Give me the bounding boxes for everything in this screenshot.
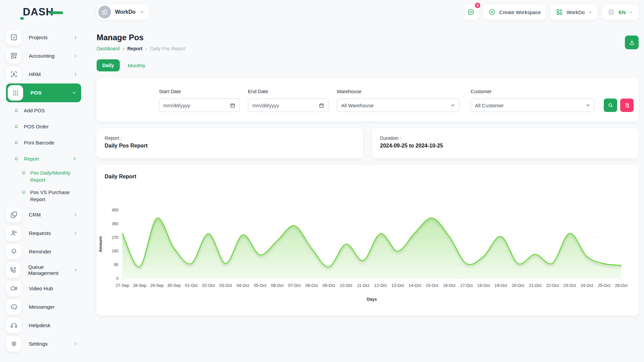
tab-monthly[interactable]: Monthly [128, 63, 146, 68]
bullet-icon [22, 171, 26, 175]
sidebar-item-accounting[interactable]: Accounting [6, 47, 81, 65]
svg-text:22-Oct: 22-Oct [546, 283, 559, 288]
chevron-right-icon [73, 54, 78, 58]
chevron-down-icon [586, 103, 590, 108]
duration-value: 2024-09-25 to 2024-10-25 [380, 143, 631, 149]
user-plus-icon [10, 229, 18, 237]
workspace-switcher[interactable]: WorkDo [97, 4, 149, 20]
download-button[interactable] [625, 36, 639, 49]
sidebar-item-pos-order[interactable]: POS Order [6, 118, 81, 134]
sidebar-item-report[interactable]: Report [6, 150, 81, 167]
sidebar-item-settings[interactable]: Settings [6, 335, 81, 353]
svg-text:28-Sep: 28-Sep [133, 283, 146, 288]
sidebar-item-print-barcode[interactable]: Print Barcode [6, 134, 81, 150]
apply-filter-button[interactable] [604, 99, 617, 112]
svg-text:Days: Days [367, 297, 377, 302]
main-content: Manage Pos Dashboard › Report › Daily Po… [87, 24, 644, 315]
svg-text:90: 90 [114, 262, 119, 267]
start-date-field [159, 99, 239, 112]
chevron-down-icon [72, 90, 76, 95]
chevron-down-icon [629, 10, 633, 14]
sidebar-item-pos[interactable]: POS [6, 83, 81, 102]
chevron-right-icon [73, 35, 78, 40]
svg-text:04-Oct: 04-Oct [236, 283, 249, 288]
svg-text:07-Oct: 07-Oct [288, 283, 301, 288]
breadcrumb: Dashboard › Report › Daily Pos Report [97, 46, 185, 51]
warehouse-select[interactable]: All Warehouse [337, 99, 460, 112]
filter-panel: Start Date End Date Warehouse All Wareho… [97, 78, 639, 121]
language-selector[interactable]: EN [602, 4, 639, 20]
chevron-down-icon [140, 10, 144, 14]
bullet-icon [22, 190, 26, 194]
sidebar-item-add-pos[interactable]: Add POS [6, 102, 81, 118]
sidebar-item-video-hub[interactable]: Video Hub [6, 279, 81, 298]
svg-text:12-Oct: 12-Oct [374, 283, 387, 288]
language-code: EN [619, 9, 626, 15]
chevron-right-icon [73, 72, 78, 77]
messages-button[interactable]: 0 [463, 4, 479, 20]
create-workspace-button[interactable]: Create Workspace [483, 4, 546, 20]
calendar-icon[interactable] [319, 103, 324, 108]
message-icon [10, 303, 18, 311]
sidebar-item-hrm[interactable]: HRM [6, 65, 81, 83]
customer-selected-value: All Customer [475, 103, 504, 108]
brand-logo: DASH [0, 6, 87, 18]
sidebar-item-helpdesk[interactable]: Helpdesk [6, 316, 81, 335]
svg-text:06-Oct: 06-Oct [271, 283, 284, 288]
warehouse-label: Warehouse [337, 88, 460, 95]
customer-select[interactable]: All Customer [471, 99, 595, 112]
clear-filter-icon [624, 103, 630, 108]
start-date-input[interactable] [163, 103, 230, 108]
svg-text:09-Oct: 09-Oct [323, 283, 335, 288]
svg-text:29-Sep: 29-Sep [150, 283, 163, 288]
breadcrumb-report[interactable]: Report [127, 46, 143, 51]
sidebar-item-pos-vs-purchase-report[interactable]: Pos VS Purchase Report [6, 186, 81, 205]
svg-text:02-Oct: 02-Oct [202, 283, 215, 288]
tab-daily[interactable]: Daily [97, 59, 120, 71]
chevron-down-icon [450, 103, 455, 108]
svg-text:13-Oct: 13-Oct [391, 283, 404, 288]
sidebar-item-projects[interactable]: Projects [6, 28, 81, 47]
svg-text:08-Oct: 08-Oct [305, 283, 318, 288]
reset-filter-button[interactable] [620, 99, 634, 112]
sidebar-item-requests[interactable]: Requests [6, 224, 81, 242]
report-period-tabs: Daily Monthly [97, 59, 639, 71]
end-date-input[interactable] [252, 103, 319, 108]
report-name-card: Report : Daily Pos Report [97, 128, 363, 158]
breadcrumb-dashboard[interactable]: Dashboard [97, 46, 120, 51]
chevron-down-icon [588, 10, 592, 14]
svg-text:10-Oct: 10-Oct [340, 283, 353, 288]
globe-icon [607, 8, 615, 16]
bell-icon [10, 248, 18, 255]
summary-cards: Report : Daily Pos Report Duration : 202… [97, 128, 639, 158]
sidebar-item-reminder[interactable]: Reminder [6, 242, 81, 261]
svg-text:26-Oct: 26-Oct [615, 283, 628, 288]
task-check-icon [10, 34, 18, 41]
daily-report-card: Daily Report 09018027036045027-Sep28-Sep… [97, 165, 639, 315]
chevron-right-icon [73, 342, 78, 346]
report-label: Report : [105, 135, 355, 141]
end-date-field [248, 99, 328, 112]
grid-plus-icon [10, 52, 18, 60]
plus-circle-icon [488, 8, 496, 16]
svg-text:Amount: Amount [98, 236, 103, 252]
app-menu-button[interactable]: WorkDo [550, 4, 598, 20]
svg-text:17-Oct: 17-Oct [460, 283, 473, 288]
headphones-icon [10, 321, 18, 329]
bullet-icon [14, 140, 19, 145]
svg-text:25-Oct: 25-Oct [598, 283, 610, 288]
top-bar: DASH WorkDo 0 Create Workspace WorkDo EN [0, 0, 644, 24]
warehouse-selected-value: All Warehouse [341, 103, 374, 108]
calendar-icon[interactable] [230, 103, 235, 108]
create-workspace-label: Create Workspace [499, 9, 541, 15]
gear-icon [10, 340, 18, 348]
sidebar-item-crm[interactable]: CRM [6, 205, 81, 224]
svg-text:01-Oct: 01-Oct [185, 283, 198, 288]
chevron-right-icon [73, 213, 78, 217]
svg-text:270: 270 [112, 235, 118, 240]
sidebar-item-pos-daily-monthly-report[interactable]: Pos Daily/Monthly Report [6, 167, 81, 186]
workspace-avatar [98, 6, 111, 18]
sidebar-item-messenger[interactable]: Messenger [6, 298, 81, 316]
sidebar-item-queue-management[interactable]: Queue Management [6, 261, 81, 279]
svg-text:19-Oct: 19-Oct [494, 283, 507, 288]
